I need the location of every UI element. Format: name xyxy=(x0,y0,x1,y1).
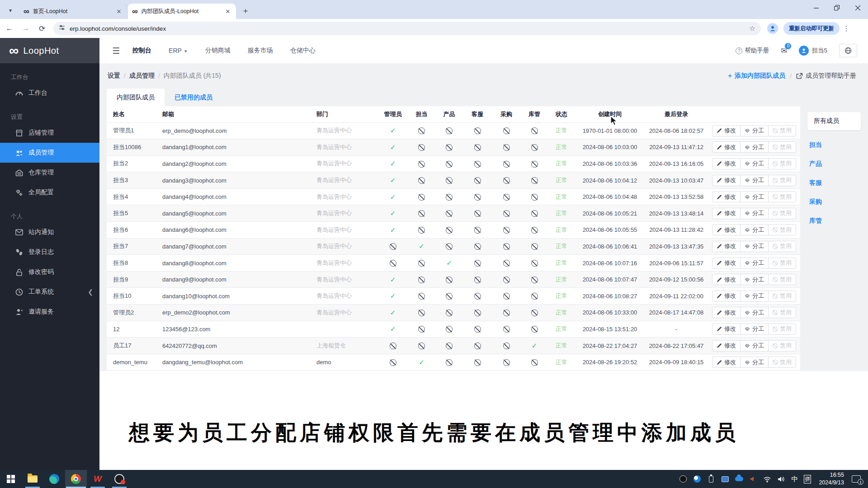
sidebar-item-member-management[interactable]: 成员管理 xyxy=(0,143,99,163)
hamburger-menu-icon[interactable]: ☰ xyxy=(112,46,120,56)
edit-button[interactable]: 修改 xyxy=(712,291,741,302)
tab-disabled-members[interactable]: 已禁用的成员 xyxy=(165,89,222,106)
edit-button[interactable]: 修改 xyxy=(712,324,741,335)
ime-pinyin-indicator[interactable]: 拼 xyxy=(804,475,811,483)
nav-console[interactable]: 控制台 xyxy=(132,47,151,55)
user-menu[interactable]: 担当5 xyxy=(799,46,827,56)
nav-distribution-mall[interactable]: 分销商城 xyxy=(205,47,231,55)
disable-button[interactable]: 禁用 xyxy=(768,224,796,235)
browser-menu-icon[interactable]: ⋮ xyxy=(841,22,851,35)
filter-stock[interactable]: 库管 xyxy=(809,217,868,225)
nav-erp[interactable]: ERP▼ xyxy=(169,47,188,54)
edit-button[interactable]: 修改 xyxy=(712,258,741,269)
nav-storage-center[interactable]: 仓储中心 xyxy=(290,47,316,55)
tray-audio-device-icon[interactable] xyxy=(749,475,757,483)
assign-button[interactable]: 分工 xyxy=(740,125,769,136)
disable-button[interactable]: 禁用 xyxy=(768,274,796,285)
edit-button[interactable]: 修改 xyxy=(712,307,741,318)
sidebar-item-shop-management[interactable]: 店铺管理 xyxy=(0,123,99,143)
edit-button[interactable]: 修改 xyxy=(712,357,741,368)
edit-button[interactable]: 修改 xyxy=(712,125,741,136)
site-settings-icon[interactable] xyxy=(59,24,65,33)
assign-button[interactable]: 分工 xyxy=(740,357,769,368)
member-help-link[interactable]: 成员管理帮助手册 xyxy=(796,72,856,80)
assign-button[interactable]: 分工 xyxy=(740,158,769,169)
assign-button[interactable]: 分工 xyxy=(740,307,769,318)
disable-button[interactable]: 禁用 xyxy=(768,241,796,252)
browser-tab-home[interactable]: ∞ 首页-LoopHot ✕ xyxy=(19,4,127,19)
browser-tab-members[interactable]: ∞ 内部团队成员-LoopHot ✕ xyxy=(127,4,236,19)
sidebar-item-invite-service[interactable]: 邀请服务 xyxy=(0,302,99,322)
assign-button[interactable]: 分工 xyxy=(740,224,769,235)
assign-button[interactable]: 分工 xyxy=(740,324,769,335)
wps-button[interactable]: W xyxy=(87,470,108,488)
notification-center-icon[interactable]: 1 xyxy=(852,475,861,483)
minimize-button[interactable] xyxy=(806,0,826,15)
edit-button[interactable]: 修改 xyxy=(712,141,741,153)
tray-obs-icon[interactable] xyxy=(679,475,687,483)
tab-search-chevron-icon[interactable]: ▾ xyxy=(4,4,17,17)
disable-button[interactable]: 禁用 xyxy=(768,357,796,368)
sidebar-collapse-icon[interactable]: ❮ xyxy=(88,288,93,296)
close-button[interactable] xyxy=(847,0,868,15)
tray-remote-desktop-icon[interactable] xyxy=(721,475,729,483)
assign-button[interactable]: 分工 xyxy=(740,175,769,186)
restore-button[interactable] xyxy=(826,0,847,15)
disable-button[interactable]: 禁用 xyxy=(768,191,796,202)
edit-button[interactable]: 修改 xyxy=(712,274,741,285)
tray-cloud-icon[interactable] xyxy=(735,475,743,483)
sidebar-item-change-password[interactable]: 修改密码 xyxy=(0,262,99,282)
filter-service[interactable]: 客服 xyxy=(809,179,868,187)
assign-button[interactable]: 分工 xyxy=(740,141,769,153)
disable-button[interactable]: 禁用 xyxy=(768,307,796,318)
sidebar-item-global-config[interactable]: 全局配置 xyxy=(0,183,99,202)
assign-button[interactable]: 分工 xyxy=(740,258,769,269)
disable-button[interactable]: 禁用 xyxy=(768,125,796,136)
edit-button[interactable]: 修改 xyxy=(712,224,741,235)
bookmark-star-icon[interactable]: ☆ xyxy=(750,24,755,33)
language-globe-button[interactable] xyxy=(839,44,857,57)
loophot-logo[interactable]: ∞ LoopHot xyxy=(0,38,99,63)
disable-button[interactable]: 禁用 xyxy=(768,324,796,335)
new-tab-button[interactable]: ＋ xyxy=(240,5,251,16)
assign-button[interactable]: 分工 xyxy=(740,291,769,302)
breadcrumb-settings[interactable]: 设置 xyxy=(108,72,120,80)
disable-button[interactable]: 禁用 xyxy=(768,208,796,219)
disable-button[interactable]: 禁用 xyxy=(768,158,796,169)
filter-purchase[interactable]: 采购 xyxy=(809,198,868,206)
assign-button[interactable]: 分工 xyxy=(740,208,769,219)
file-explorer-button[interactable] xyxy=(22,470,43,488)
sidebar-item-login-log[interactable]: 登录日志 xyxy=(0,242,99,262)
assign-button[interactable]: 分工 xyxy=(740,340,769,352)
sidebar-item-warehouse-management[interactable]: 仓库管理 xyxy=(0,163,99,183)
reload-icon[interactable]: ⟳ xyxy=(35,22,49,35)
edge-button[interactable] xyxy=(43,470,65,488)
volume-icon[interactable] xyxy=(777,475,785,483)
edit-button[interactable]: 修改 xyxy=(712,340,741,352)
tab-close-icon[interactable]: ✕ xyxy=(224,8,231,15)
breadcrumb-member-management[interactable]: 成员管理 xyxy=(129,72,155,80)
edit-button[interactable]: 修改 xyxy=(712,208,741,219)
address-bar[interactable]: erp.loophot.com/console/user/index ☆ xyxy=(53,22,761,35)
add-member-link[interactable]: ＋ 添加内部团队成员 xyxy=(726,72,785,80)
obs-button[interactable] xyxy=(108,470,130,488)
assign-button[interactable]: 分工 xyxy=(740,274,769,285)
assign-button[interactable]: 分工 xyxy=(740,191,769,202)
help-manual-link[interactable]: ? 帮助手册 xyxy=(736,47,769,55)
forward-icon[interactable]: → xyxy=(19,22,33,35)
taskbar-clock[interactable]: 16:55 2024/9/13 xyxy=(819,471,844,487)
edit-button[interactable]: 修改 xyxy=(712,191,741,202)
edit-button[interactable]: 修改 xyxy=(712,175,741,186)
disable-button[interactable]: 禁用 xyxy=(768,258,796,269)
tab-close-icon[interactable]: ✕ xyxy=(115,8,123,15)
back-icon[interactable]: ← xyxy=(3,22,16,35)
tab-internal-members[interactable]: 内部团队成员 xyxy=(107,89,165,106)
chrome-button[interactable] xyxy=(65,470,87,488)
sidebar-item-site-notifications[interactable]: 站内通知 xyxy=(0,222,99,242)
messages-button[interactable]: ✉ 0 xyxy=(781,46,787,56)
sidebar-item-ticket-system[interactable]: 工单系统 ❮ xyxy=(0,282,99,302)
tray-app-icon[interactable] xyxy=(693,475,701,483)
filter-dandang[interactable]: 担当 xyxy=(809,141,868,149)
chrome-update-button[interactable]: 重新启动即可更新 xyxy=(783,22,840,35)
disable-button[interactable]: 禁用 xyxy=(768,141,796,153)
